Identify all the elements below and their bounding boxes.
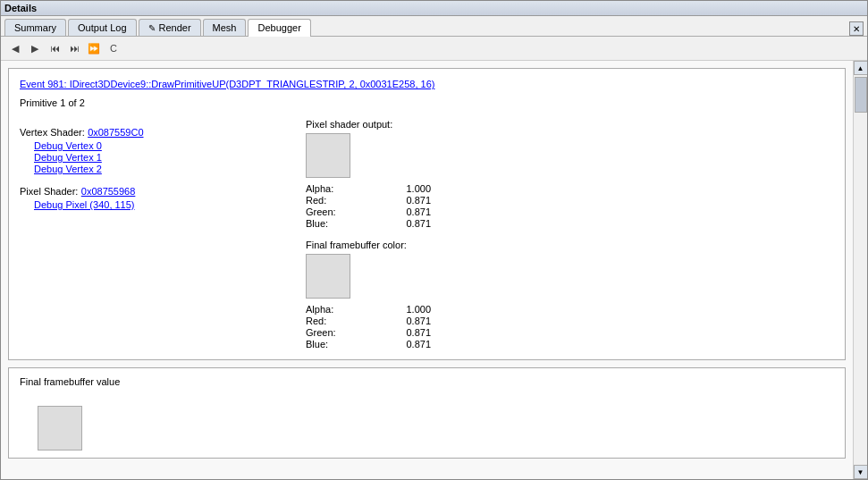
tab-debugger-label: Debugger [257,22,300,33]
tab-debugger[interactable]: Debugger [248,19,310,37]
pixel-output-section: Pixel shader output: Alpha: 1.000 Red: 0… [306,119,834,229]
tab-render-label: Render [159,22,191,33]
tab-summary-label: Summary [14,22,56,33]
framebuffer-color-preview [306,254,350,299]
pixel-alpha-row: Alpha: 1.000 [306,183,834,194]
pixel-color-values: Alpha: 1.000 Red: 0.871 Green: 0.871 [306,183,834,229]
tab-mesh-label: Mesh [213,22,237,33]
scroll-thumb[interactable] [855,77,867,113]
tab-output-log[interactable]: Output Log [68,19,136,36]
pixel-shader-section: Pixel Shader: 0x08755968 Debug Pixel (34… [20,185,306,210]
fb-green-value: 0.871 [359,327,431,338]
content-area: Event 981: IDirect3DDevice9::DrawPrimiti… [1,61,867,479]
pixel-alpha-label: Alpha: [306,183,359,194]
pixel-blue-value: 0.871 [359,218,431,229]
vertex-shader-label: Vertex Shader: [20,127,85,138]
vertex-shader-section: Vertex Shader: 0x087559C0 Debug Vertex 0… [20,126,306,174]
pixel-alpha-value: 1.000 [359,183,431,194]
fast-forward-button[interactable]: ⏩ [85,39,103,57]
framebuffer-color-values: Alpha: 1.000 Red: 0.871 Green: 0.871 [306,304,834,349]
tab-summary[interactable]: Summary [4,19,66,36]
close-button[interactable]: ✕ [849,21,864,36]
vertex-debug-links: Debug Vertex 0 Debug Vertex 1 Debug Vert… [34,140,306,174]
fb-blue-label: Blue: [306,339,359,349]
scroll-up-button[interactable]: ▲ [854,61,868,75]
play-button[interactable]: ▶ [26,39,44,57]
clear-button[interactable]: C [105,39,122,57]
title-bar: Details [1,1,867,16]
pixel-green-label: Green: [306,206,359,217]
step-back-button[interactable]: ⏮ [46,39,63,57]
tab-mesh[interactable]: Mesh [203,19,247,36]
pixel-green-value: 0.871 [359,206,431,217]
debug-vertex-1[interactable]: Debug Vertex 1 [34,152,306,163]
pixel-blue-row: Blue: 0.871 [306,218,834,229]
vertex-shader-link[interactable]: 0x087559C0 [88,127,143,138]
fb-alpha-row: Alpha: 1.000 [306,304,834,315]
fb-red-label: Red: [306,316,359,326]
pixel-green-row: Green: 0.871 [306,206,834,217]
tab-output-log-label: Output Log [78,22,126,33]
fb-red-value: 0.871 [359,316,431,326]
pixel-blue-label: Blue: [306,218,359,229]
event-box: Event 981: IDirect3DDevice9::DrawPrimiti… [8,68,846,360]
debug-pixel[interactable]: Debug Pixel (340, 115) [34,199,306,210]
fb-green-row: Green: 0.871 [306,327,834,338]
fb-alpha-label: Alpha: [306,304,359,315]
pixel-red-value: 0.871 [359,195,431,206]
fb-green-label: Green: [306,327,359,338]
pixel-color-preview [306,133,350,178]
debug-vertex-0[interactable]: Debug Vertex 0 [34,140,306,151]
toolbar: ◀ ▶ ⏮ ⏭ ⏩ C [1,37,867,61]
primitive-info: Primitive 1 of 2 [20,97,834,108]
fb-red-row: Red: 0.871 [306,316,834,326]
pixel-shader-link[interactable]: 0x08755968 [81,186,136,197]
event-link[interactable]: Event 981: IDirect3DDevice9::DrawPrimiti… [20,79,434,89]
bottom-box-title: Final framebuffer value [20,376,120,387]
step-forward-button[interactable]: ⏭ [65,39,83,57]
pixel-output-label: Pixel shader output: [306,119,834,130]
main-content: Event 981: IDirect3DDevice9::DrawPrimiti… [1,61,853,479]
right-column: Pixel shader output: Alpha: 1.000 Red: 0… [306,119,834,350]
bottom-color-preview [38,406,82,451]
back-button[interactable]: ◀ [6,39,24,57]
fb-blue-row: Blue: 0.871 [306,339,834,349]
pixel-red-label: Red: [306,195,359,206]
window-title: Details [4,3,37,13]
scrollbar: ▲ ▼ [853,61,867,479]
main-window: Details Summary Output Log ✎ Render Mesh… [0,0,868,480]
primitive-text: Primitive 1 of 2 [20,97,85,108]
tab-render[interactable]: ✎ Render [139,19,201,36]
scroll-area[interactable] [854,75,867,465]
left-column: Vertex Shader: 0x087559C0 Debug Vertex 0… [20,119,306,350]
pixel-debug-links: Debug Pixel (340, 115) [34,199,306,210]
framebuffer-label: Final framebuffer color: [306,240,834,250]
render-icon: ✎ [148,23,156,33]
debug-vertex-2[interactable]: Debug Vertex 2 [34,164,306,174]
scroll-down-button[interactable]: ▼ [854,465,868,479]
tab-bar: Summary Output Log ✎ Render Mesh Debugge… [1,16,867,37]
fb-alpha-value: 1.000 [359,304,431,315]
shader-section: Vertex Shader: 0x087559C0 Debug Vertex 0… [20,119,834,350]
fb-blue-value: 0.871 [359,339,431,349]
bottom-box: Final framebuffer value [8,367,846,459]
pixel-shader-label: Pixel Shader: [20,186,78,197]
pixel-red-row: Red: 0.871 [306,195,834,206]
framebuffer-section: Final framebuffer color: Alpha: 1.000 Re… [306,240,834,349]
